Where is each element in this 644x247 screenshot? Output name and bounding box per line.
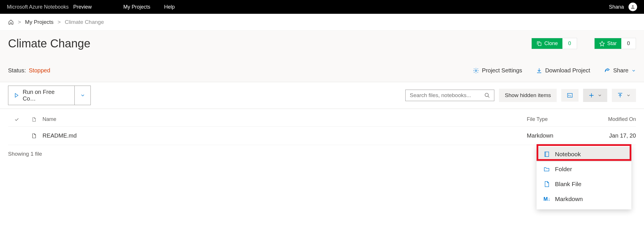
clone-label: Clone — [544, 40, 558, 47]
person-icon — [630, 4, 635, 9]
chevron-down-icon — [80, 93, 85, 98]
share-label: Share — [613, 67, 628, 74]
star-icon — [599, 41, 605, 47]
nav-my-projects[interactable]: My Projects — [123, 4, 150, 10]
plus-icon — [588, 92, 595, 99]
user-name[interactable]: Shana — [609, 4, 624, 10]
file-icon — [31, 133, 36, 139]
terminal-icon — [566, 92, 573, 98]
download-project-label: Download Project — [545, 67, 590, 74]
file-icon — [32, 117, 36, 122]
file-name: README.md — [43, 132, 527, 139]
menu-folder[interactable]: Folder — [537, 162, 631, 163]
clone-count: 0 — [562, 38, 577, 49]
show-hidden-label: Show hidden items — [505, 92, 551, 99]
show-hidden-button[interactable]: Show hidden items — [499, 89, 557, 102]
nav-center: My Projects Help — [123, 4, 175, 10]
new-button[interactable] — [583, 89, 607, 102]
svg-rect-1 — [538, 43, 541, 45]
avatar[interactable] — [628, 3, 637, 11]
chevron-down-icon — [626, 93, 631, 98]
run-label: Run on Free Co… — [23, 89, 69, 102]
project-settings-button[interactable]: Project Settings — [473, 67, 522, 74]
home-icon[interactable] — [8, 19, 14, 25]
breadcrumb-my-projects[interactable]: My Projects — [25, 19, 53, 25]
search-box[interactable] — [405, 90, 494, 101]
download-icon — [536, 67, 542, 74]
upload-button[interactable] — [612, 89, 636, 102]
toolbar: Run on Free Co… Show hidden items — [0, 82, 644, 109]
col-type[interactable]: File Type — [527, 116, 584, 122]
star-button[interactable]: Star 0 — [594, 38, 636, 49]
status-label: Status: — [8, 67, 26, 74]
clone-icon — [536, 41, 542, 47]
terminal-button[interactable] — [561, 89, 579, 102]
new-dropdown: Notebook Folder Blank File M↓ Markdown — [537, 145, 631, 163]
col-name[interactable]: Name — [43, 116, 527, 122]
search-input[interactable] — [410, 92, 484, 99]
menu-notebook-label: Notebook — [555, 151, 581, 158]
check-icon — [14, 117, 19, 122]
svg-point-0 — [632, 5, 634, 7]
svg-point-3 — [485, 93, 489, 97]
nav-right: Shana — [609, 3, 637, 11]
table-header: Name File Type Modified On — [8, 109, 636, 127]
star-count: 0 — [621, 38, 636, 49]
chevron-down-icon — [597, 93, 602, 98]
header: Climate Change Clone 0 Star 0 Status: St… — [0, 31, 644, 82]
notebook-icon — [543, 151, 550, 157]
clone-button[interactable]: Clone 0 — [531, 38, 577, 49]
share-button[interactable]: Share — [604, 67, 636, 74]
search-icon — [484, 92, 490, 98]
gear-icon — [473, 67, 479, 74]
table-row[interactable]: README.md Markdown Jan 17, 20 — [8, 127, 636, 145]
chevron-down-icon — [631, 68, 636, 73]
page-title: Climate Change — [8, 37, 90, 50]
breadcrumb-current: Climate Change — [65, 19, 104, 25]
breadcrumb-sep-1: > — [18, 19, 21, 25]
breadcrumb-sep-2: > — [57, 19, 61, 25]
col-check[interactable] — [8, 117, 25, 122]
file-type: Markdown — [527, 132, 584, 139]
play-icon — [14, 92, 19, 98]
svg-point-2 — [475, 70, 477, 72]
brand-main: Microsoft Azure Notebooks — [7, 4, 69, 10]
menu-notebook[interactable]: Notebook — [537, 147, 631, 162]
download-project-button[interactable]: Download Project — [536, 67, 590, 74]
col-fileicon — [25, 117, 43, 122]
svg-rect-4 — [568, 93, 572, 97]
upload-icon — [617, 92, 623, 99]
run-caret[interactable] — [74, 86, 90, 105]
nav-help[interactable]: Help — [164, 4, 175, 10]
file-table: Name File Type Modified On README.md Mar… — [0, 109, 644, 145]
run-button[interactable]: Run on Free Co… — [8, 86, 91, 105]
top-nav: Microsoft Azure Notebooks Preview My Pro… — [0, 0, 644, 14]
brand[interactable]: Microsoft Azure Notebooks Preview — [7, 4, 92, 10]
file-modified: Jan 17, 20 — [584, 132, 636, 139]
col-modified[interactable]: Modified On — [584, 116, 636, 122]
breadcrumb: > My Projects > Climate Change — [0, 14, 644, 31]
status-value: Stopped — [29, 67, 50, 74]
project-settings-label: Project Settings — [482, 67, 522, 74]
brand-preview: Preview — [73, 4, 92, 10]
share-icon — [604, 67, 610, 74]
star-label: Star — [607, 40, 617, 47]
